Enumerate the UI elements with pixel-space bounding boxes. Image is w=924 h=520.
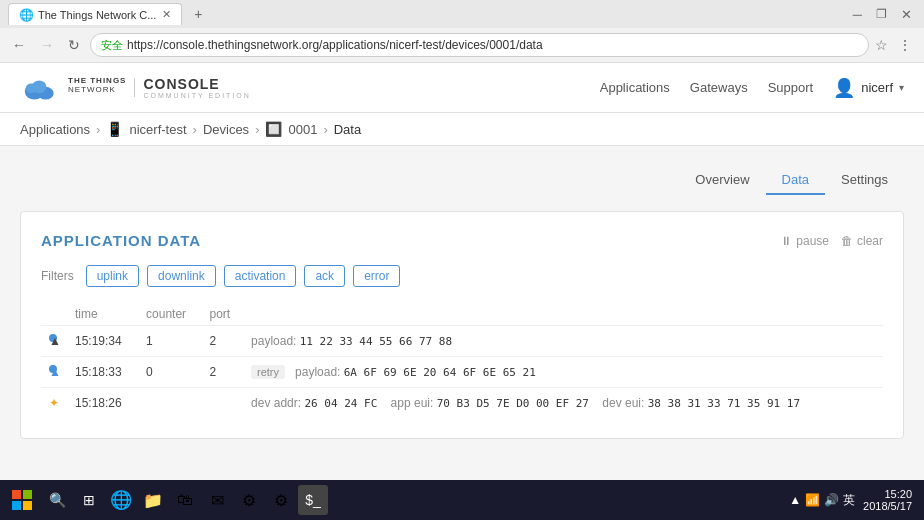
filter-error[interactable]: error xyxy=(353,265,400,287)
breadcrumb-chip-icon: 🔲 xyxy=(265,121,282,137)
svg-rect-6 xyxy=(12,501,21,510)
new-tab-btn[interactable]: + xyxy=(186,3,210,25)
svg-rect-5 xyxy=(23,490,32,499)
app-eui-value: 70 B3 D5 7E D0 00 EF 27 xyxy=(437,397,589,410)
filter-uplink[interactable]: uplink xyxy=(86,265,139,287)
indicator-icon: ✦ xyxy=(49,396,59,410)
sys-icons: ▲ 📶 🔊 英 xyxy=(789,492,855,509)
col-details xyxy=(243,303,883,326)
sound-icon: 🔊 xyxy=(824,493,839,507)
taskbar-explorer-btn[interactable]: 📁 xyxy=(138,485,168,515)
clear-label: clear xyxy=(857,234,883,248)
breadcrumb-applications[interactable]: Applications xyxy=(20,122,90,137)
breadcrumb-data: Data xyxy=(334,122,361,137)
card-header: APPLICATION DATA ⏸ pause 🗑 clear xyxy=(41,232,883,249)
nav-gateways[interactable]: Gateways xyxy=(690,80,748,95)
tab-settings[interactable]: Settings xyxy=(825,166,904,195)
breadcrumb-device-icon: 📱 xyxy=(106,121,123,137)
taskbar-settings-btn[interactable]: ⚙ xyxy=(266,485,296,515)
card-actions: ⏸ pause 🗑 clear xyxy=(780,234,883,248)
user-menu[interactable]: 👤 nicerf ▾ xyxy=(833,77,904,99)
logo-text: THE THINGS NETWORK CONSOLE COMMUNITY EDI… xyxy=(68,76,251,99)
user-avatar-icon: 👤 xyxy=(833,77,855,99)
row-time: 15:18:33 xyxy=(67,357,138,388)
taskbar-terminal-btn[interactable]: $_ xyxy=(298,485,328,515)
up-arrow-icon: ▲ xyxy=(789,493,801,507)
col-indicator xyxy=(41,303,67,326)
row-indicator-cell: ▲ xyxy=(41,326,67,357)
breadcrumb-devices[interactable]: Devices xyxy=(203,122,249,137)
logo-network: NETWORK xyxy=(68,85,126,94)
address-input[interactable]: 安全 https://console.thethingsnetwork.org/… xyxy=(90,33,869,57)
tab-row: Overview Data Settings xyxy=(20,166,904,195)
console-sub: COMMUNITY EDITION xyxy=(143,92,250,99)
close-btn[interactable]: ✕ xyxy=(897,5,916,24)
taskbar-taskview-btn[interactable]: ⊞ xyxy=(74,485,104,515)
taskbar-mail-btn[interactable]: ✉ xyxy=(202,485,232,515)
tab-close-btn[interactable]: ✕ xyxy=(162,8,171,21)
minimize-btn[interactable]: ─ xyxy=(849,5,866,24)
svg-point-3 xyxy=(26,83,37,93)
address-text: https://console.thethingsnetwork.org/app… xyxy=(127,38,543,52)
col-time: time xyxy=(67,303,138,326)
window-controls: ─ ❐ ✕ xyxy=(849,5,916,24)
svg-rect-7 xyxy=(23,501,32,510)
data-table: time counter port ▲ 15:19:34 1 2 payload… xyxy=(41,303,883,418)
taskbar-edge-btn[interactable]: 🌐 xyxy=(106,485,136,515)
back-btn[interactable]: ← xyxy=(8,35,30,55)
browser-menu-btn[interactable]: ⋮ xyxy=(894,35,916,55)
filters-label: Filters xyxy=(41,269,74,283)
user-name: nicerf xyxy=(861,80,893,95)
console-label: CONSOLE xyxy=(143,76,250,92)
retry-badge: retry xyxy=(251,365,285,379)
taskbar-date: 2018/5/17 xyxy=(863,500,912,512)
reload-btn[interactable]: ↻ xyxy=(64,35,84,55)
breadcrumb-sep-4: › xyxy=(323,122,327,137)
taskbar-chrome-btn[interactable]: ⚙ xyxy=(234,485,264,515)
logo-icon xyxy=(20,74,60,102)
app-header: THE THINGS NETWORK CONSOLE COMMUNITY EDI… xyxy=(0,63,924,113)
start-btn[interactable] xyxy=(4,482,40,518)
tab-overview[interactable]: Overview xyxy=(679,166,765,195)
browser-tab[interactable]: 🌐 The Things Network C... ✕ xyxy=(8,3,182,25)
table-row: ✦ 15:18:26 dev addr: 26 04 24 FC app eui… xyxy=(41,388,883,419)
filter-ack[interactable]: ack xyxy=(304,265,345,287)
pause-btn[interactable]: ⏸ pause xyxy=(780,234,829,248)
secure-badge: 安全 xyxy=(101,38,123,53)
taskbar-right: ▲ 📶 🔊 英 15:20 2018/5/17 xyxy=(789,488,920,512)
payload-value: 11 22 33 44 55 66 77 88 xyxy=(300,335,452,348)
row-counter: 1 xyxy=(138,326,201,357)
breadcrumb-device-id[interactable]: 0001 xyxy=(288,122,317,137)
forward-btn[interactable]: → xyxy=(36,35,58,55)
tab-data[interactable]: Data xyxy=(766,166,825,195)
clock: 15:20 2018/5/17 xyxy=(863,488,912,512)
row-counter: 0 xyxy=(138,357,201,388)
bookmark-btn[interactable]: ☆ xyxy=(875,37,888,53)
trash-icon: 🗑 xyxy=(841,234,853,248)
network-icon: 📶 xyxy=(805,493,820,507)
breadcrumb-sep-3: › xyxy=(255,122,259,137)
clear-btn[interactable]: 🗑 clear xyxy=(841,234,883,248)
taskbar: 🔍 ⊞ 🌐 📁 🛍 ✉ ⚙ ⚙ $_ ▲ 📶 🔊 英 15:20 2018/5/… xyxy=(0,480,924,520)
filter-activation[interactable]: activation xyxy=(224,265,297,287)
taskbar-store-btn[interactable]: 🛍 xyxy=(170,485,200,515)
header-nav: Applications Gateways Support 👤 nicerf ▾ xyxy=(600,77,904,99)
nav-support[interactable]: Support xyxy=(768,80,814,95)
row-counter xyxy=(138,388,201,419)
indicator-icon: ▲ xyxy=(49,365,57,373)
lang-icon: 英 xyxy=(843,492,855,509)
dev-addr-key: dev addr: xyxy=(251,396,304,410)
restore-btn[interactable]: ❐ xyxy=(872,5,891,24)
breadcrumb-nicerf-test[interactable]: nicerf-test xyxy=(129,122,186,137)
row-port: 2 xyxy=(201,357,243,388)
card-title: APPLICATION DATA xyxy=(41,232,201,249)
nav-applications[interactable]: Applications xyxy=(600,80,670,95)
title-bar: 🌐 The Things Network C... ✕ + ─ ❐ ✕ xyxy=(0,0,924,28)
row-details: payload: 11 22 33 44 55 66 77 88 xyxy=(243,326,883,357)
dev-eui-value: 38 38 31 33 71 35 91 17 xyxy=(648,397,800,410)
dev-eui-key: dev eui: xyxy=(602,396,647,410)
dev-addr-value: 26 04 24 FC xyxy=(304,397,377,410)
row-indicator-cell: ✦ xyxy=(41,388,67,419)
taskbar-search-btn[interactable]: 🔍 xyxy=(42,485,72,515)
filter-downlink[interactable]: downlink xyxy=(147,265,216,287)
